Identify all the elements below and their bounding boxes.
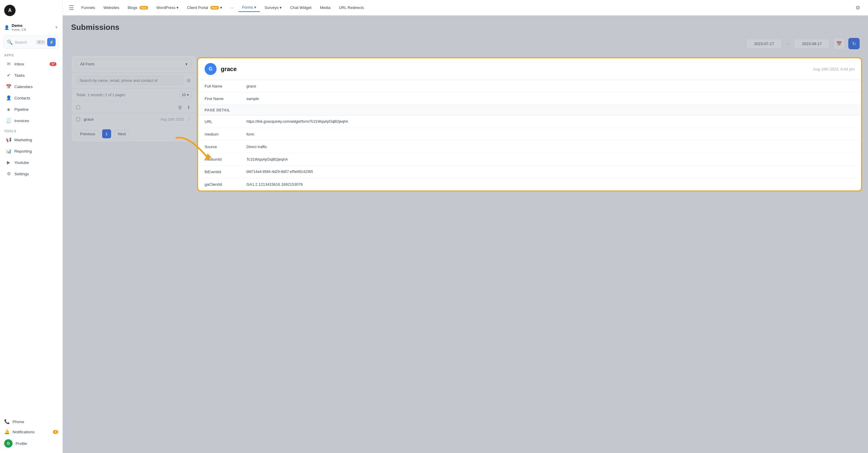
nav-url-redirects[interactable]: URL Redirects xyxy=(335,4,367,12)
pipeline-icon: ◈ xyxy=(6,107,11,112)
field-label: medium xyxy=(205,132,246,136)
sidebar-item-notifications[interactable]: 🔔 Notifications 4 xyxy=(0,427,62,437)
nav-wordpress[interactable]: WordPress ▾ xyxy=(153,4,183,12)
sidebar-item-marketing[interactable]: 📢 Marketing xyxy=(2,134,61,145)
row-checkbox[interactable] xyxy=(76,117,80,121)
sidebar-item-reporting[interactable]: 📊 Reporting xyxy=(2,146,61,157)
sidebar-item-label: Settings xyxy=(14,172,29,176)
row-contact-name: grace xyxy=(84,117,160,122)
all-form-dropdown[interactable]: All Form ▾ xyxy=(76,59,191,69)
nav-more[interactable]: ··· xyxy=(227,4,238,12)
phone-icon: 📞 xyxy=(4,419,9,424)
sidebar-item-label: Phone xyxy=(12,420,24,424)
settings-gear-icon[interactable]: ⚙ xyxy=(854,3,862,13)
per-page-dropdown[interactable]: 10 ▾ xyxy=(179,91,191,99)
new-badge: New xyxy=(140,6,148,9)
detail-header: G grace Aug 16th 2023, 6:44 pm xyxy=(198,58,861,80)
delete-icon[interactable]: 🗑 xyxy=(177,104,183,111)
app-logo: A xyxy=(4,5,16,16)
filter-icon[interactable]: ⊞ xyxy=(186,77,191,84)
refresh-button[interactable]: ↻ xyxy=(848,38,860,49)
detail-fields: Full Name grace First Name sample xyxy=(198,80,861,105)
user-info: Demo Irvine, CA xyxy=(12,23,52,31)
row-menu-icon[interactable]: ⋮ xyxy=(187,117,191,122)
field-label: gaClientId xyxy=(205,182,246,187)
sidebar-item-label: Youtube xyxy=(14,160,29,165)
sidebar-item-profile[interactable]: G Profile xyxy=(0,437,62,450)
field-label: mediumId xyxy=(205,157,246,162)
nav-blogs[interactable]: Blogs New xyxy=(124,4,151,12)
marketing-icon: 📢 xyxy=(6,137,11,142)
chevron-down-icon: ▾ xyxy=(187,93,189,97)
contacts-icon: 👤 xyxy=(6,95,11,101)
search-label: Search xyxy=(14,40,34,44)
invoices-icon: 🧾 xyxy=(6,118,11,123)
nav-surveys[interactable]: Surveys ▾ xyxy=(261,4,285,12)
field-value: sample xyxy=(246,96,855,101)
per-page-value: 10 xyxy=(182,93,186,97)
table-row[interactable]: grace Aug 16th 2023 ⋮ xyxy=(71,113,196,126)
sidebar-item-label: Invoices xyxy=(14,119,29,123)
youtube-icon: ▶ xyxy=(6,160,11,165)
calendar-icon: 📅 xyxy=(6,84,11,89)
date-arrow-icon: → xyxy=(785,41,790,46)
sidebar-item-phone[interactable]: 📞 Phone xyxy=(0,417,62,427)
bolt-icon: ⚡ xyxy=(47,38,56,46)
page-detail-fields: URL https://link.goacquirely.com/widget/… xyxy=(198,116,861,191)
row-submission-date: Aug 16th 2023 xyxy=(160,117,184,122)
reporting-icon: 📊 xyxy=(6,149,11,154)
previous-button[interactable]: Previous xyxy=(76,130,99,138)
contact-search-input[interactable] xyxy=(76,76,183,85)
nav-forms[interactable]: Forms ▾ xyxy=(238,3,259,12)
nav-websites[interactable]: Websites xyxy=(100,4,123,12)
field-label: URL xyxy=(205,120,246,124)
select-all-checkbox[interactable] xyxy=(76,105,80,109)
date-to-input[interactable]: 2023-08-17 xyxy=(794,39,830,49)
sidebar-item-settings[interactable]: ⚙ Settings xyxy=(2,168,61,179)
table-header: 🗑 ⬇ xyxy=(71,102,196,113)
sidebar-item-invoices[interactable]: 🧾 Invoices xyxy=(2,115,61,126)
sidebar-item-pipeline[interactable]: ◈ Pipeline xyxy=(2,104,61,115)
content-area: Submissions 2023-07-17 → 2023-08-17 📅 ↻ … xyxy=(63,15,868,453)
tasks-icon: ✔ xyxy=(6,72,11,78)
all-form-label: All Form xyxy=(80,62,94,66)
totals-row: Totals: 1 records | 1 of 1 pages 10 ▾ xyxy=(71,88,196,102)
apps-section-label: Apps xyxy=(0,51,62,58)
contact-avatar: G xyxy=(205,63,217,75)
sidebar-item-label: Inbox xyxy=(14,62,24,66)
detail-panel: G grace Aug 16th 2023, 6:44 pm Full Name… xyxy=(197,57,862,191)
field-value: form xyxy=(246,132,855,136)
sidebar-item-label: Contacts xyxy=(14,96,30,100)
current-page-number: 1 xyxy=(102,129,111,138)
calendar-button[interactable]: 📅 xyxy=(833,38,845,49)
search-bar[interactable]: 🔍 Search ⌘ K ⚡ xyxy=(4,36,59,49)
user-location: Irvine, CA xyxy=(12,28,52,31)
nav-media[interactable]: Media xyxy=(316,4,334,12)
detail-row-mediumid: mediumId Tc31WqaAjrDqBl2jeqhA xyxy=(198,153,861,166)
sidebar-item-tasks[interactable]: ✔ Tasks xyxy=(2,70,61,80)
user-profile[interactable]: 👤 Demo Irvine, CA ▼ xyxy=(0,21,62,34)
field-value: GA1.2.1213415616.1692153076 xyxy=(246,182,855,187)
sidebar: A 👤 Demo Irvine, CA ▼ 🔍 Search ⌘ K ⚡ App… xyxy=(0,0,63,453)
main-content: ☰ Funnels Websites Blogs New WordPress ▾… xyxy=(63,0,868,453)
next-button[interactable]: Next xyxy=(114,130,130,138)
nav-chat-widget[interactable]: Chat Widget xyxy=(286,4,315,12)
date-from-input[interactable]: 2023-07-17 xyxy=(746,39,782,49)
menu-toggle-icon[interactable]: ☰ xyxy=(69,4,74,11)
nav-funnels[interactable]: Funnels xyxy=(78,4,99,12)
download-icon[interactable]: ⬇ xyxy=(186,104,191,111)
date-range-row: 2023-07-17 → 2023-08-17 📅 ↻ xyxy=(71,38,860,49)
field-value: Tc31WqaAjrDqBl2jeqhA xyxy=(246,157,855,162)
sidebar-bottom: 📞 Phone 🔔 Notifications 4 G Profile xyxy=(0,414,62,453)
sidebar-item-label: Tasks xyxy=(14,73,25,78)
field-value: https://link.goacquirely.com/widget/form… xyxy=(246,120,855,124)
sidebar-item-calendars[interactable]: 📅 Calendars xyxy=(2,81,61,92)
sidebar-item-inbox[interactable]: ✉ Inbox 17 xyxy=(2,59,61,69)
totals-text: Totals: 1 records | 1 of 1 pages xyxy=(76,93,125,97)
notification-icon: 🔔 xyxy=(4,429,9,434)
sidebar-item-contacts[interactable]: 👤 Contacts xyxy=(2,93,61,103)
detail-row-fbeventid: fbEventId bfd714a4-9584-4d29-8d07-ef5e68… xyxy=(198,166,861,178)
search-row: ⊞ xyxy=(71,73,196,88)
sidebar-item-youtube[interactable]: ▶ Youtube xyxy=(2,157,61,168)
nav-client-portal[interactable]: Client Portal New ▾ xyxy=(183,4,225,12)
